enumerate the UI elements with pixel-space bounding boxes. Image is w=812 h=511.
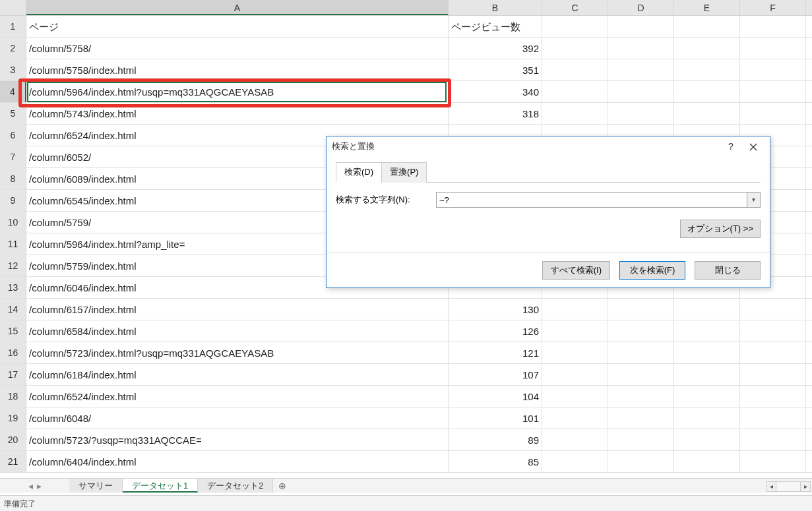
cell[interactable] xyxy=(740,81,806,102)
close-button[interactable]: 閉じる xyxy=(695,261,761,280)
cell[interactable]: /column/6157/index.html xyxy=(26,299,449,320)
col-header-B[interactable]: B xyxy=(449,0,542,15)
sheet-tab-dataset1[interactable]: データセット1 xyxy=(123,479,198,493)
cell[interactable] xyxy=(674,81,740,102)
dialog-help-button[interactable]: ? xyxy=(720,137,742,156)
cell[interactable]: /column/6048/ xyxy=(26,407,449,429)
col-header-C[interactable]: C xyxy=(542,0,608,15)
cell[interactable]: 318 xyxy=(449,103,542,124)
cell[interactable] xyxy=(740,320,806,342)
cell[interactable] xyxy=(740,342,806,363)
sheet-tab-dataset2[interactable]: データセット2 xyxy=(198,479,273,493)
col-header-D[interactable]: D xyxy=(608,0,674,15)
cell[interactable] xyxy=(608,407,674,429)
cell[interactable] xyxy=(740,299,806,320)
cell[interactable] xyxy=(608,38,674,59)
row-header[interactable]: 7 xyxy=(0,146,26,167)
cell[interactable] xyxy=(740,451,806,472)
row-header[interactable]: 20 xyxy=(0,429,26,450)
row-header[interactable]: 4 xyxy=(0,81,26,102)
cell[interactable]: /column/5723/index.html?usqp=mq331AQGCAE… xyxy=(26,342,449,363)
row-header[interactable]: 21 xyxy=(0,451,26,472)
cell[interactable] xyxy=(674,342,740,363)
row-header[interactable]: 18 xyxy=(0,386,26,407)
row-header[interactable]: 5 xyxy=(0,103,26,124)
select-all-corner[interactable] xyxy=(0,0,26,15)
cell[interactable] xyxy=(542,342,608,363)
cell[interactable]: 101 xyxy=(449,407,542,429)
cell[interactable]: /column/5758/ xyxy=(26,38,449,59)
cell[interactable]: 351 xyxy=(449,59,542,80)
row-header[interactable]: 13 xyxy=(0,277,26,298)
cell[interactable]: /column/6524/index.html xyxy=(26,386,449,407)
row-header[interactable]: 3 xyxy=(0,59,26,80)
cell[interactable] xyxy=(740,103,806,124)
cell[interactable] xyxy=(608,59,674,80)
cell[interactable]: 340 xyxy=(449,81,542,102)
cell[interactable] xyxy=(608,103,674,124)
cell[interactable] xyxy=(608,81,674,102)
cell[interactable] xyxy=(674,429,740,450)
find-replace-dialog[interactable]: 検索と置換 ? 検索(D) 置換(P) 検索する文字列(N): ▾ オプション(… xyxy=(326,136,770,288)
cell[interactable]: /column/5723/?usqp=mq331AQCCAE= xyxy=(26,429,449,450)
cell[interactable] xyxy=(674,364,740,385)
horizontal-scrollbar[interactable]: ◂ ▸ xyxy=(766,481,811,493)
cell[interactable]: 89 xyxy=(449,429,542,450)
cell[interactable] xyxy=(608,429,674,450)
row-header[interactable]: 19 xyxy=(0,407,26,429)
cell[interactable]: /column/6584/index.html xyxy=(26,320,449,342)
cell[interactable] xyxy=(608,320,674,342)
scroll-left-icon[interactable]: ◂ xyxy=(766,481,776,492)
cell[interactable] xyxy=(740,407,806,429)
cell[interactable] xyxy=(542,81,608,102)
col-header-E[interactable]: E xyxy=(674,0,740,15)
add-sheet-button[interactable]: ⊕ xyxy=(273,479,292,493)
cell[interactable]: ページ xyxy=(26,16,449,37)
cell[interactable] xyxy=(542,386,608,407)
search-input[interactable] xyxy=(436,192,747,208)
cell[interactable] xyxy=(608,342,674,363)
cell[interactable] xyxy=(608,451,674,472)
cell[interactable] xyxy=(740,38,806,59)
cell[interactable] xyxy=(740,386,806,407)
row-header[interactable]: 17 xyxy=(0,364,26,385)
cell[interactable] xyxy=(674,38,740,59)
cell[interactable]: 85 xyxy=(449,451,542,472)
row-header[interactable]: 1 xyxy=(0,16,26,37)
cell[interactable] xyxy=(674,386,740,407)
scroll-track[interactable] xyxy=(776,481,800,492)
search-history-dropdown[interactable]: ▾ xyxy=(747,192,761,208)
cell[interactable] xyxy=(542,16,608,37)
cell[interactable]: 104 xyxy=(449,386,542,407)
cell[interactable] xyxy=(674,407,740,429)
cell[interactable] xyxy=(542,38,608,59)
cell[interactable] xyxy=(740,59,806,80)
cell[interactable]: /column/5758/index.html xyxy=(26,59,449,80)
options-button[interactable]: オプション(T) >> xyxy=(680,220,761,238)
cell[interactable] xyxy=(542,407,608,429)
cell[interactable] xyxy=(608,364,674,385)
find-next-button[interactable]: 次を検索(F) xyxy=(619,261,685,280)
tab-replace[interactable]: 置換(P) xyxy=(381,162,427,183)
cell[interactable] xyxy=(674,299,740,320)
row-header[interactable]: 14 xyxy=(0,299,26,320)
scroll-right-icon[interactable]: ▸ xyxy=(800,481,811,492)
cell[interactable] xyxy=(542,364,608,385)
cell[interactable] xyxy=(740,429,806,450)
row-header[interactable]: 6 xyxy=(0,125,26,146)
cell[interactable]: /column/5964/index.html?usqp=mq331AQGCAE… xyxy=(26,81,449,102)
cell[interactable] xyxy=(542,451,608,472)
row-header[interactable]: 15 xyxy=(0,320,26,342)
cell[interactable]: 130 xyxy=(449,299,542,320)
cell[interactable]: ページビュー数 xyxy=(449,16,542,37)
cell[interactable]: 392 xyxy=(449,38,542,59)
cell[interactable]: /column/6404/index.html xyxy=(26,451,449,472)
cell[interactable] xyxy=(674,59,740,80)
row-header[interactable]: 12 xyxy=(0,255,26,276)
cell[interactable] xyxy=(740,16,806,37)
cell[interactable] xyxy=(608,386,674,407)
cell[interactable]: 126 xyxy=(449,320,542,342)
row-header[interactable]: 2 xyxy=(0,38,26,59)
cell[interactable] xyxy=(674,103,740,124)
sheet-nav-arrows[interactable]: ◂ ▸ xyxy=(0,479,69,493)
